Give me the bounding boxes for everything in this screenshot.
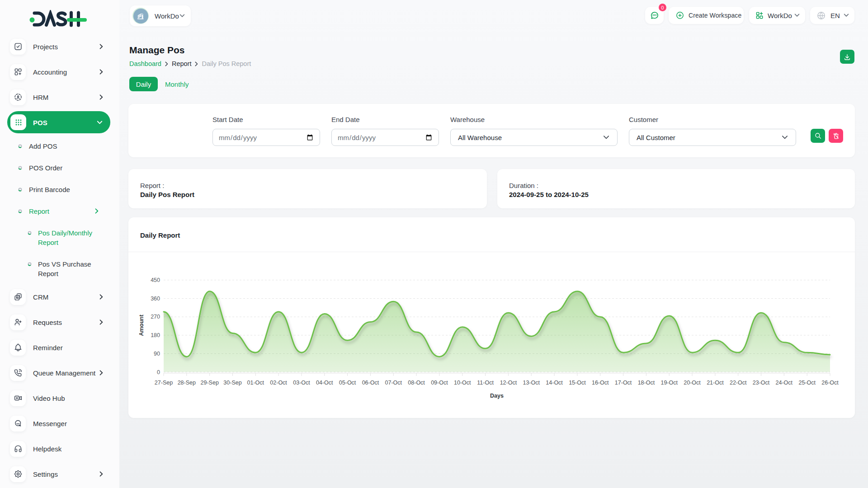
svg-text:26-Oct: 26-Oct bbox=[821, 380, 839, 386]
svg-text:19-Oct: 19-Oct bbox=[660, 380, 678, 386]
svg-text:0: 0 bbox=[157, 369, 160, 375]
svg-text:23-Oct: 23-Oct bbox=[753, 380, 770, 386]
svg-text:14-Oct: 14-Oct bbox=[546, 380, 563, 386]
svg-text:03-Oct: 03-Oct bbox=[293, 380, 310, 386]
svg-text:08-Oct: 08-Oct bbox=[408, 380, 425, 386]
svg-text:29-Sep: 29-Sep bbox=[201, 380, 219, 386]
svg-text:Amount: Amount bbox=[138, 314, 145, 336]
svg-text:Days: Days bbox=[490, 393, 504, 399]
svg-text:04-Oct: 04-Oct bbox=[316, 380, 333, 386]
svg-text:28-Sep: 28-Sep bbox=[178, 380, 196, 386]
svg-text:22-Oct: 22-Oct bbox=[730, 380, 747, 386]
svg-text:30-Sep: 30-Sep bbox=[223, 380, 241, 386]
svg-text:21-Oct: 21-Oct bbox=[707, 380, 724, 386]
svg-text:15-Oct: 15-Oct bbox=[569, 380, 586, 386]
svg-text:13-Oct: 13-Oct bbox=[523, 380, 540, 386]
svg-text:07-Oct: 07-Oct bbox=[385, 380, 402, 386]
svg-text:09-Oct: 09-Oct bbox=[431, 380, 448, 386]
svg-text:20-Oct: 20-Oct bbox=[684, 380, 701, 386]
svg-text:27-Sep: 27-Sep bbox=[155, 380, 173, 386]
svg-text:06-Oct: 06-Oct bbox=[362, 380, 379, 386]
svg-text:12-Oct: 12-Oct bbox=[500, 380, 517, 386]
svg-text:270: 270 bbox=[151, 314, 160, 320]
svg-text:01-Oct: 01-Oct bbox=[247, 380, 264, 386]
svg-text:450: 450 bbox=[151, 277, 160, 283]
svg-text:24-Oct: 24-Oct bbox=[776, 380, 793, 386]
svg-text:25-Oct: 25-Oct bbox=[798, 380, 816, 386]
svg-text:16-Oct: 16-Oct bbox=[592, 380, 609, 386]
svg-text:360: 360 bbox=[151, 296, 160, 302]
svg-text:180: 180 bbox=[151, 332, 160, 338]
svg-text:10-Oct: 10-Oct bbox=[454, 380, 471, 386]
svg-text:11-Oct: 11-Oct bbox=[477, 380, 494, 386]
svg-text:17-Oct: 17-Oct bbox=[615, 380, 632, 386]
svg-text:05-Oct: 05-Oct bbox=[339, 380, 356, 386]
svg-text:18-Oct: 18-Oct bbox=[638, 380, 655, 386]
svg-text:02-Oct: 02-Oct bbox=[270, 380, 287, 386]
svg-text:90: 90 bbox=[154, 351, 160, 357]
